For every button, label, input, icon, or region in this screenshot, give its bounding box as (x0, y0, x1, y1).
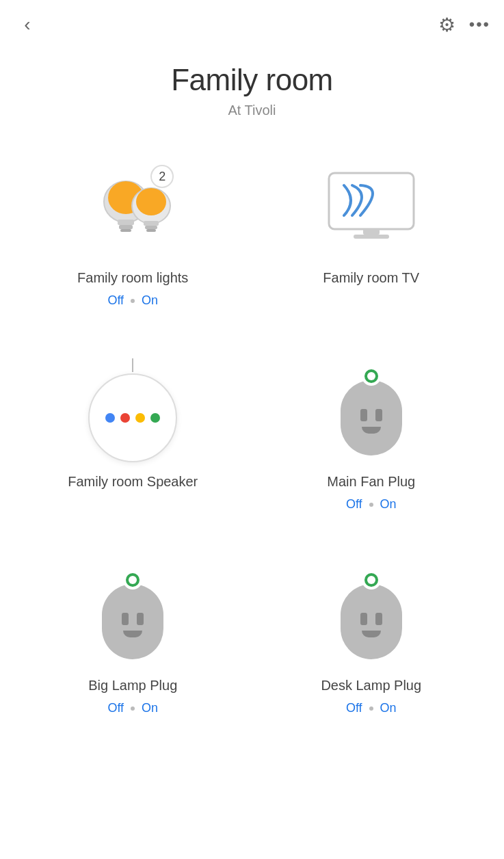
main-fan-plug-separator (369, 503, 373, 507)
plug-green-inner-main (367, 372, 375, 380)
desk-lamp-plug-separator (369, 706, 373, 711)
desk-lamp-plug-icon-wrap (317, 560, 426, 670)
speaker-dots (105, 413, 160, 423)
svg-rect-9 (146, 229, 156, 232)
device-grid: 2 (0, 146, 504, 729)
lights-on-button[interactable]: On (142, 293, 158, 308)
plug-eye-right-main (375, 409, 382, 421)
main-fan-plug-on-button[interactable]: On (380, 497, 397, 512)
settings-icon[interactable]: ⚙ (438, 14, 455, 36)
header-actions: ⚙ ••• (438, 14, 490, 36)
device-family-room-speaker[interactable]: Family room Speaker (14, 349, 252, 533)
tv-svg (323, 166, 419, 248)
big-lamp-plug-status: Off On (107, 701, 158, 715)
plug-green-dot-big (123, 570, 142, 590)
dot-blue (105, 413, 115, 423)
plug-mouth-big (123, 631, 142, 637)
plug-face-big (122, 613, 144, 637)
big-lamp-plug-name: Big Lamp Plug (88, 676, 177, 694)
plug-mouth-main (362, 427, 381, 434)
svg-rect-8 (145, 226, 157, 229)
main-fan-plug-status: Off On (346, 497, 397, 512)
plug-green-inner-desk (367, 576, 375, 584)
device-main-fan-plug[interactable]: Main Fan Plug Off On (252, 349, 491, 533)
tv-name: Family room TV (323, 269, 419, 287)
plug-eye-left-big (122, 613, 129, 625)
page-title-section: Family room At Tivoli (0, 49, 504, 146)
lights-off-button[interactable]: Off (107, 293, 124, 308)
main-fan-plug-icon-wrap (317, 356, 426, 466)
speaker-name: Family room Speaker (68, 473, 198, 490)
dot-red (120, 413, 130, 423)
lights-status-separator (131, 299, 135, 303)
back-button[interactable]: ‹ (14, 11, 41, 38)
device-family-room-tv[interactable]: Family room TV (252, 146, 491, 329)
big-lamp-plug-separator (131, 706, 135, 711)
back-icon: ‹ (24, 14, 30, 36)
plug-green-inner-big (129, 576, 137, 584)
svg-rect-13 (354, 235, 389, 239)
room-title: Family room (0, 63, 504, 97)
svg-point-6 (136, 188, 166, 215)
more-options-icon[interactable]: ••• (469, 15, 490, 34)
plug-face-main (360, 409, 382, 434)
desk-lamp-plug-on-button[interactable]: On (380, 701, 397, 715)
svg-rect-4 (120, 229, 131, 232)
lights-name: Family room lights (77, 269, 188, 287)
device-family-room-lights[interactable]: 2 (14, 146, 252, 329)
plug-eye-right-desk (375, 613, 382, 625)
room-subtitle: At Tivoli (0, 103, 504, 118)
plug-eyes-main (360, 409, 382, 421)
svg-rect-2 (118, 220, 134, 225)
desk-lamp-plug-name: Desk Lamp Plug (321, 676, 421, 694)
desk-lamp-plug-off-button[interactable]: Off (346, 701, 362, 715)
plug-eye-left-main (360, 409, 367, 421)
big-lamp-plug-icon-wrap (78, 560, 187, 670)
svg-rect-12 (363, 229, 380, 235)
plug-wrap-main (334, 367, 409, 455)
big-lamp-plug-on-button[interactable]: On (142, 701, 158, 715)
plug-body-desk (341, 584, 402, 659)
speaker-icon-wrap (78, 356, 187, 466)
device-big-lamp-plug[interactable]: Big Lamp Plug Off On (14, 553, 252, 729)
plug-wrap-big (95, 570, 170, 659)
header: ‹ ⚙ ••• (0, 0, 504, 49)
plug-eyes-big (122, 613, 144, 625)
plug-eye-left-desk (360, 613, 367, 625)
dot-yellow (135, 413, 145, 423)
speaker-circle (88, 373, 177, 462)
plug-face-desk (360, 613, 382, 637)
plug-eye-right-big (137, 613, 144, 625)
svg-rect-7 (144, 221, 159, 226)
plug-green-dot-desk (362, 570, 381, 590)
main-fan-plug-name: Main Fan Plug (327, 473, 415, 490)
plug-wrap-desk (334, 570, 409, 659)
lights-icon-wrap: 2 (78, 153, 187, 262)
desk-lamp-plug-status: Off On (346, 701, 397, 715)
dot-green (150, 413, 160, 423)
plug-green-dot-main (362, 367, 381, 386)
plug-mouth-desk (362, 631, 381, 637)
lights-status: Off On (107, 293, 158, 308)
device-desk-lamp-plug[interactable]: Desk Lamp Plug Off On (252, 553, 491, 729)
speaker-wire (132, 358, 133, 372)
plug-eyes-desk (360, 613, 382, 625)
big-lamp-plug-off-button[interactable]: Off (107, 701, 124, 715)
bulb-count-badge: 2 (150, 165, 174, 188)
tv-icon-wrap (317, 153, 426, 262)
plug-body-big (102, 584, 163, 659)
svg-rect-3 (119, 225, 133, 229)
main-fan-plug-off-button[interactable]: Off (346, 497, 362, 512)
light-bulb-group: 2 (78, 153, 187, 262)
plug-body-main (341, 380, 402, 455)
